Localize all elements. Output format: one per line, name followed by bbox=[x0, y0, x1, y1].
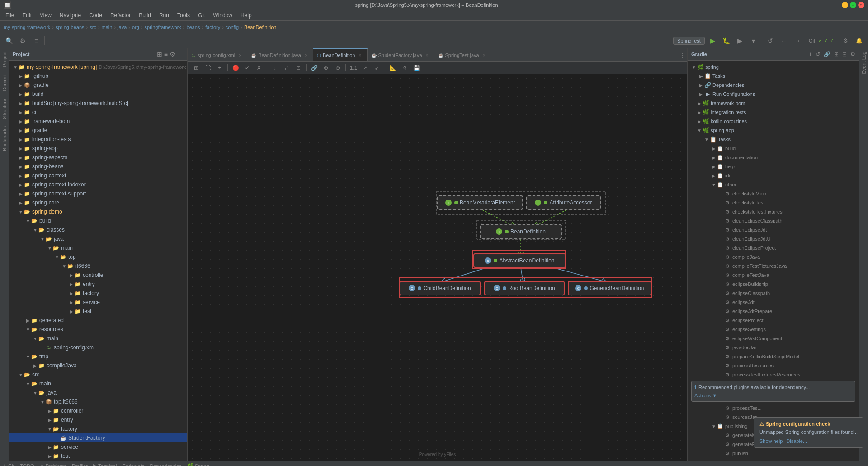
toolbar-update[interactable]: ↺ bbox=[765, 35, 776, 46]
run-coverage[interactable]: ▶ bbox=[735, 35, 745, 46]
tree-factory-build[interactable]: ▶ 📁 factory bbox=[9, 289, 187, 298]
toolbar-btn-3[interactable]: ≡ bbox=[31, 35, 42, 46]
tree-test-build[interactable]: ▶ 📁 test bbox=[9, 307, 187, 316]
gradle-task-checkstyle-fixtures[interactable]: ▶ ⚙ checkstyleTestFixtures bbox=[688, 207, 859, 216]
path-java[interactable]: java bbox=[118, 24, 127, 30]
tree-spring-demo[interactable]: ▼ 📂 spring-demo bbox=[9, 207, 187, 216]
tree-integration-tests[interactable]: ▶ 📁 integration-tests bbox=[9, 135, 187, 144]
tab-springtest-java[interactable]: ☕ SpringTest.java × bbox=[434, 48, 491, 61]
bottom-endpoints[interactable]: Endpoints bbox=[123, 463, 145, 466]
gradle-task-compile-test-java[interactable]: ▶ ⚙ compileTestJava bbox=[688, 271, 859, 280]
tree-java-build[interactable]: ▼ 📂 java bbox=[9, 234, 187, 243]
tree-service-build[interactable]: ▶ 📁 service bbox=[9, 298, 187, 307]
tree-gradle[interactable]: ▶ 📁 gradle bbox=[9, 126, 187, 135]
tree-spring-demo-build[interactable]: ▼ 📂 build bbox=[9, 216, 187, 225]
bottom-todo[interactable]: TODO bbox=[20, 463, 34, 466]
diagram-tool-7[interactable]: ↕ bbox=[270, 63, 280, 73]
tree-github[interactable]: ▶ 📁 .github bbox=[9, 71, 187, 81]
diagram-tool-3[interactable]: + bbox=[215, 63, 225, 73]
tab-spring-config-xml[interactable]: 🗂 spring-config.xml × bbox=[188, 48, 247, 61]
gradle-kotlin-coroutines[interactable]: ▶ 🌿 kotlin-coroutines bbox=[688, 117, 859, 126]
toolbar-settings[interactable]: ⚙ bbox=[840, 35, 851, 46]
tree-controller-src[interactable]: ▶ 📁 controller bbox=[9, 406, 187, 415]
bottom-dependencies[interactable]: Dependencies bbox=[150, 463, 181, 466]
tree-compilejava[interactable]: ▶ 📁 compileJava bbox=[9, 361, 187, 370]
toolbar-notifications[interactable]: 🔔 bbox=[854, 35, 864, 46]
diagram-tool-8[interactable]: ⇄ bbox=[282, 63, 292, 73]
tree-main-build[interactable]: ▼ 📂 main bbox=[9, 243, 187, 252]
gradle-task-publish-mav[interactable]: ▶ ⚙ publishMav... bbox=[688, 458, 859, 461]
gradle-task-eclipse-settings[interactable]: ▶ ⚙ eclipseSettings bbox=[688, 325, 859, 334]
diagram-tool-18[interactable]: 💾 bbox=[411, 63, 421, 73]
gradle-integration-tests[interactable]: ▶ 🌿 integration-tests bbox=[688, 108, 859, 117]
tab-spring-config-xml-close[interactable]: × bbox=[237, 52, 243, 58]
menu-git[interactable]: Git bbox=[194, 11, 208, 19]
tree-factory-src[interactable]: ▼ 📂 factory bbox=[9, 424, 187, 433]
label-bookmarks[interactable]: Bookmarks bbox=[0, 123, 9, 155]
diagram-tool-10[interactable]: 🔗 bbox=[309, 63, 319, 73]
gradle-task-build[interactable]: ▶ 📋 build bbox=[688, 144, 859, 153]
path-beans[interactable]: beans bbox=[187, 24, 200, 30]
tree-entry-build[interactable]: ▶ 📁 entry bbox=[9, 280, 187, 289]
tree-top-it6666[interactable]: ▼ 📦 top.it6666 bbox=[9, 397, 187, 406]
path-factory[interactable]: factory bbox=[205, 24, 220, 30]
diagram-tool-2[interactable]: ⛶ bbox=[203, 63, 213, 73]
gradle-refresh-btn[interactable]: ↺ bbox=[816, 51, 820, 57]
tab-springtest-java-close[interactable]: × bbox=[481, 52, 487, 58]
path-spring-beans[interactable]: spring-beans bbox=[56, 24, 85, 30]
tree-entry-src[interactable]: ▶ 📁 entry bbox=[9, 415, 187, 424]
gradle-task-compile-java[interactable]: ▶ ⚙ compileJava bbox=[688, 252, 859, 262]
node-abstract-bean-definition[interactable]: A AbstractBeanDefinition bbox=[473, 253, 566, 268]
gradle-spring-root[interactable]: ▼ 🌿 spring bbox=[688, 62, 859, 71]
label-structure[interactable]: Structure bbox=[0, 95, 9, 123]
diagram-tool-14[interactable]: ↗ bbox=[360, 63, 370, 73]
tree-tmp[interactable]: ▼ 📂 tmp bbox=[9, 352, 187, 361]
gradle-tasks-root[interactable]: ▶ 📋 Tasks bbox=[688, 71, 859, 81]
run-dropdown[interactable]: ▾ bbox=[748, 35, 759, 46]
menu-run[interactable]: Run bbox=[156, 11, 173, 19]
gradle-link-btn[interactable]: 🔗 bbox=[824, 51, 830, 57]
tree-spring-context-indexer[interactable]: ▶ 📁 spring-context-indexer bbox=[9, 180, 187, 189]
gradle-task-compile-test-fixtures[interactable]: ▶ ⚙ compileTestFixturesJava bbox=[688, 262, 859, 271]
tab-beandefinition-java[interactable]: ☕ BeanDefinition.java × bbox=[247, 48, 313, 61]
gradle-task-process-test-fixtures-res[interactable]: ▶ ⚙ processTestFixturesResources bbox=[688, 370, 859, 379]
diagram-tool-16[interactable]: 📐 bbox=[388, 63, 398, 73]
tab-beandefinition-diagram-close[interactable]: × bbox=[357, 52, 363, 58]
path-src[interactable]: src bbox=[90, 24, 96, 30]
menu-build[interactable]: Build bbox=[135, 11, 155, 19]
gradle-task-clean-eclipse-jdt[interactable]: ▶ ⚙ cleanEclipseJdt bbox=[688, 225, 859, 234]
close-button[interactable]: × bbox=[858, 2, 864, 8]
diagram-canvas[interactable]: I BeanMetadataElement I AttributeAccesso… bbox=[188, 74, 687, 461]
tab-beandefinition-diagram[interactable]: ⬡ BeanDefinition × bbox=[313, 48, 368, 61]
tree-generated[interactable]: ▶ 📁 generated bbox=[9, 316, 187, 325]
gradle-task-eclipse-buildship[interactable]: ▶ ⚙ eclipseBuildship bbox=[688, 280, 859, 289]
bottom-problems[interactable]: ⚠ Problems bbox=[40, 463, 66, 466]
gradle-task-ide[interactable]: ▶ 📋 ide bbox=[688, 171, 859, 180]
gradle-task-eclipse-project[interactable]: ▶ ⚙ eclipseProject bbox=[688, 316, 859, 325]
node-generic-bean-definition[interactable]: C GenericBeanDefinition bbox=[568, 281, 651, 295]
diagram-tool-11[interactable]: ⊕ bbox=[321, 63, 331, 73]
path-springframework[interactable]: springframework bbox=[145, 24, 181, 30]
tab-studentfactory-java[interactable]: ☕ StudentFactory.java × bbox=[368, 48, 434, 61]
diagram-tool-15[interactable]: ↙ bbox=[372, 63, 382, 73]
menu-file[interactable]: File bbox=[2, 11, 18, 19]
tree-top-build[interactable]: ▼ 📂 top bbox=[9, 252, 187, 262]
menu-window[interactable]: Window bbox=[209, 11, 236, 19]
tab-studentfactory-java-close[interactable]: × bbox=[424, 52, 430, 58]
label-event-log[interactable]: Event Log bbox=[859, 48, 868, 78]
tree-spring-config-xml[interactable]: ▶ 🗂 spring-config.xml bbox=[9, 343, 187, 352]
diagram-tool-9[interactable]: ⊡ bbox=[293, 63, 303, 73]
tree-spring-aop[interactable]: ▶ 📁 spring-aop bbox=[9, 144, 187, 153]
run-button[interactable]: ▶ bbox=[708, 35, 718, 46]
popup-show-help-btn[interactable]: Show help bbox=[760, 438, 783, 444]
gradle-task-clean-eclipse-project[interactable]: ▶ ⚙ cleanEclipseProject bbox=[688, 243, 859, 252]
gradle-task-eclipse-jdt-prepare[interactable]: ▶ ⚙ eclipseJdtPrepare bbox=[688, 307, 859, 316]
toolbar-btn-2[interactable]: ⚙ bbox=[17, 35, 28, 46]
gradle-task-eclipse-classpath[interactable]: ▶ ⚙ eclipseClasspath bbox=[688, 289, 859, 298]
gradle-task-clean-eclipse-jdt-ui[interactable]: ▶ ⚙ cleanEclipseJdtUi bbox=[688, 234, 859, 243]
gradle-task-javadoc-jar[interactable]: ▶ ⚙ javadocJar bbox=[688, 343, 859, 352]
bottom-terminal[interactable]: ▶ Terminal bbox=[93, 463, 117, 466]
menu-edit[interactable]: Edit bbox=[19, 11, 35, 19]
tabs-overflow-btn[interactable]: ⋮ bbox=[679, 52, 685, 61]
tree-java-src[interactable]: ▼ 📂 java bbox=[9, 388, 187, 397]
